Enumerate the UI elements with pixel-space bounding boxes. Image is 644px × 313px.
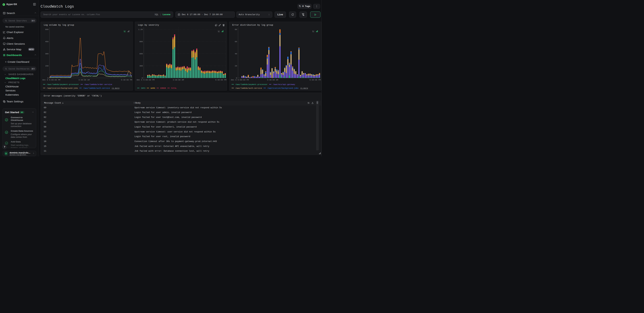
svg-text:Dec 6 5:00:00 PM: Dec 6 5:00:00 PM (137, 79, 154, 81)
svg-text:80: 80 (235, 28, 237, 30)
svg-text:3:30:00 AM: 3:30:00 AM (78, 79, 90, 81)
svg-text:1.2K: 1.2K (138, 28, 143, 30)
svg-text:20: 20 (235, 65, 237, 67)
svg-text:300: 300 (45, 53, 48, 55)
svg-text:5:30:00 PM: 5:30:00 PM (121, 79, 132, 81)
svg-text:Dec 6 5:00:00 PM: Dec 6 5:00:00 PM (42, 79, 60, 81)
svg-text:5:30:00 PM: 5:30:00 PM (310, 79, 321, 81)
svg-text:60: 60 (235, 41, 237, 43)
svg-text:Dec 6 5:00:00 PM: Dec 6 5:00:00 PM (231, 79, 249, 81)
svg-text:450: 450 (45, 41, 48, 43)
svg-text:3:30:00 AM: 3:30:00 AM (173, 79, 184, 81)
svg-text:3:30:00 AM: 3:30:00 AM (267, 79, 278, 81)
svg-text:900: 900 (140, 41, 143, 43)
svg-text:150: 150 (45, 65, 48, 67)
svg-text:300: 300 (140, 65, 143, 67)
svg-text:40: 40 (235, 53, 237, 55)
svg-text:600: 600 (45, 28, 48, 30)
svg-text:5:30:00 PM: 5:30:00 PM (215, 79, 226, 81)
svg-text:600: 600 (140, 53, 143, 55)
